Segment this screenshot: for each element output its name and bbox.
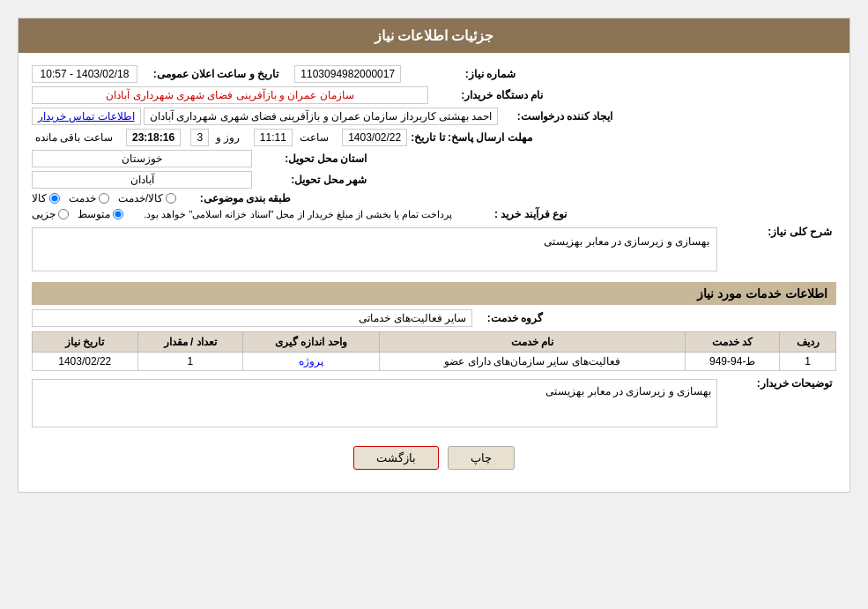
creator-value: احمد بهشتی کاربرداز سازمان عمران و بازآف… bbox=[144, 108, 498, 125]
general-desc-area: بهسازی و زیرسازی در معابر بهزیستی bbox=[32, 224, 717, 275]
category-kala-radio[interactable] bbox=[49, 193, 60, 204]
category-options: کالا/خدمت خدمت کالا bbox=[32, 192, 176, 204]
category-kala-label: کالا bbox=[32, 192, 47, 204]
category-row: طبقه بندی موضوعی: کالا/خدمت خدمت کالا bbox=[32, 192, 836, 204]
purchase-type-options: پرداخت تمام یا بخشی از مبلغ خریدار از مح… bbox=[32, 208, 452, 220]
category-label: طبقه بندی موضوعی: bbox=[176, 192, 291, 204]
buyer-notes-row: توضیحات خریدار: بهسازی و زیرسازی در معاب… bbox=[32, 375, 836, 434]
services-table: ردیف کد خدمت نام خدمت واحد اندازه گیری ت… bbox=[32, 331, 836, 371]
cell-rownum: 1 bbox=[780, 353, 836, 371]
page-title: جزئیات اطلاعات نیاز bbox=[375, 28, 494, 43]
print-button[interactable]: چاپ bbox=[448, 446, 515, 470]
city-row: شهر محل تحویل: آبادان bbox=[32, 171, 836, 189]
cell-date: 1403/02/22 bbox=[33, 353, 138, 371]
purchase-jozei-option[interactable]: جزیی bbox=[32, 208, 69, 220]
general-desc-box: بهسازی و زیرسازی در معابر بهزیستی bbox=[32, 227, 717, 271]
cell-unit: پروژه bbox=[242, 353, 379, 371]
general-desc-label: شرح کلی نیاز: bbox=[717, 224, 832, 238]
province-row: استان محل تحویل: خوزستان bbox=[32, 150, 836, 167]
service-group-row: گروه خدمت: سایر فعالیت‌های خدماتی bbox=[32, 309, 836, 327]
province-value: خوزستان bbox=[32, 150, 252, 167]
category-khedmat-option[interactable]: خدمت bbox=[69, 192, 109, 204]
deadline-row: مهلت ارسال پاسخ: تا تاریخ: 1403/02/22 سا… bbox=[32, 129, 836, 146]
col-unit: واحد اندازه گیری bbox=[242, 332, 379, 353]
deadline-remaining: 23:18:16 bbox=[126, 129, 181, 146]
buyer-notes-wrap: بهسازی و زیرسازی در معابر بهزیستی bbox=[32, 375, 717, 434]
table-row: 1 ط-94-949 فعالیت‌های سایر سازمان‌های دا… bbox=[33, 353, 836, 371]
purchase-motavaset-option[interactable]: متوسط bbox=[78, 208, 123, 220]
category-kala-khedmat-option[interactable]: کالا/خدمت bbox=[118, 192, 176, 204]
purchase-type-row: نوع فرآیند خرید : پرداخت تمام یا بخشی از… bbox=[32, 208, 836, 220]
back-button[interactable]: بازگشت bbox=[353, 446, 439, 470]
purchase-jozei-radio[interactable] bbox=[58, 209, 69, 219]
content-area: شماره نیاز: 1103094982000017 تاریخ و ساع… bbox=[19, 53, 849, 492]
cell-service-code: ط-94-949 bbox=[686, 353, 780, 371]
buyer-label: نام دستگاه خریدار: bbox=[428, 89, 543, 101]
purchase-type-note: پرداخت تمام یا بخشی از مبلغ خریدار از مح… bbox=[144, 209, 452, 220]
buyer-value: سازمان عمران و بازآفرینی فضای شهری شهردا… bbox=[32, 86, 428, 104]
announce-label: تاریخ و ساعت اعلان عمومی: bbox=[137, 68, 278, 80]
deadline-time: 11:11 bbox=[254, 129, 293, 146]
col-service-name: نام خدمت bbox=[379, 332, 685, 353]
creator-row: ایجاد کننده درخواست: احمد بهشتی کاربرداز… bbox=[32, 108, 836, 125]
col-service-code: کد خدمت bbox=[686, 332, 780, 353]
buyer-notes-label: توضیحات خریدار: bbox=[717, 375, 832, 390]
service-group-value: سایر فعالیت‌های خدماتی bbox=[32, 309, 472, 327]
general-desc-row: شرح کلی نیاز: بهسازی و زیرسازی در معابر … bbox=[32, 224, 836, 275]
announce-value: 1403/02/18 - 10:57 bbox=[32, 65, 137, 83]
category-kala-khedmat-label: کالا/خدمت bbox=[118, 192, 163, 204]
cell-service-name: فعالیت‌های سایر سازمان‌های دارای عضو bbox=[379, 353, 685, 371]
purchase-jozei-label: جزیی bbox=[32, 208, 56, 220]
cell-quantity: 1 bbox=[137, 353, 242, 371]
service-group-label: گروه خدمت: bbox=[472, 312, 543, 324]
table-header-row: ردیف کد خدمت نام خدمت واحد اندازه گیری ت… bbox=[33, 332, 836, 353]
general-desc-value: بهسازی و زیرسازی در معابر بهزیستی bbox=[544, 235, 709, 248]
category-khedmat-label: خدمت bbox=[69, 192, 96, 204]
city-value: آبادان bbox=[32, 171, 252, 189]
deadline-remaining-label: ساعت باقی مانده bbox=[32, 130, 116, 145]
need-number-row: شماره نیاز: 1103094982000017 تاریخ و ساع… bbox=[32, 65, 836, 83]
contact-link[interactable]: اطلاعات تماس خریدار bbox=[32, 108, 141, 125]
buyer-row: نام دستگاه خریدار: سازمان عمران و بازآفر… bbox=[32, 86, 836, 104]
city-label: شهر محل تحویل: bbox=[252, 174, 367, 186]
page-header: جزئیات اطلاعات نیاز bbox=[19, 19, 849, 53]
col-rownum: ردیف bbox=[780, 332, 836, 353]
button-row: چاپ بازگشت bbox=[32, 437, 836, 483]
deadline-time-label: ساعت bbox=[296, 130, 332, 145]
purchase-type-label: نوع فرآیند خرید : bbox=[452, 208, 567, 220]
service-info-section-title: اطلاعات خدمات مورد نیاز bbox=[32, 282, 836, 305]
creator-label: ایجاد کننده درخواست: bbox=[498, 110, 612, 123]
province-label: استان محل تحویل: bbox=[252, 152, 367, 165]
col-quantity: تعداد / مقدار bbox=[137, 332, 242, 353]
deadline-day-label: روز و bbox=[212, 130, 243, 145]
category-khedmat-radio[interactable] bbox=[99, 193, 109, 204]
deadline-label: مهلت ارسال پاسخ: تا تاریخ: bbox=[411, 131, 531, 144]
deadline-date: 1403/02/22 bbox=[342, 129, 407, 146]
need-number-label: شماره نیاز: bbox=[401, 68, 516, 80]
need-number-value: 1103094982000017 bbox=[294, 65, 401, 83]
purchase-motavaset-label: متوسط bbox=[78, 208, 110, 220]
deadline-days: 3 bbox=[190, 129, 209, 146]
col-date: تاریخ نیاز bbox=[33, 332, 138, 353]
purchase-motavaset-radio[interactable] bbox=[113, 209, 123, 219]
page-container: جزئیات اطلاعات نیاز شماره نیاز: 11030949… bbox=[18, 18, 850, 493]
category-kala-option[interactable]: کالا bbox=[32, 192, 60, 204]
category-kala-khedmat-radio[interactable] bbox=[166, 193, 176, 204]
buyer-notes-textarea[interactable]: بهسازی و زیرسازی در معابر بهزیستی bbox=[32, 379, 717, 427]
